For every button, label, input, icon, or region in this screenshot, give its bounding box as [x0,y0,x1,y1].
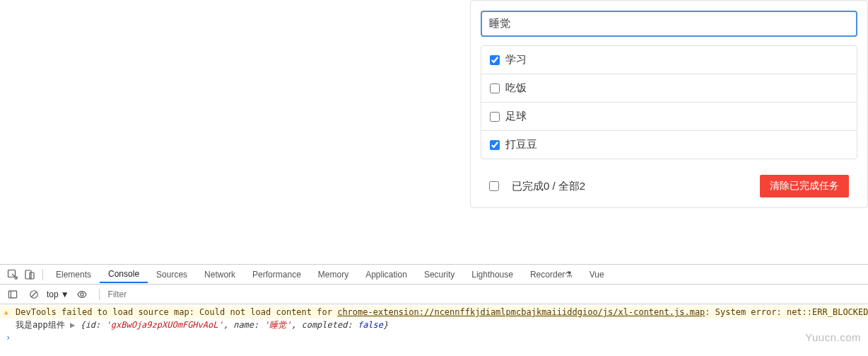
todo-input[interactable] [481,11,857,37]
todo-checkbox[interactable] [490,140,500,150]
devtools-panel: Elements Console Sources Network Perform… [0,264,868,356]
todo-checkbox[interactable] [490,84,500,93]
chevron-down-icon: ▼ [61,289,69,299]
svg-rect-1 [25,270,31,279]
separator [42,269,43,280]
todo-label: 打豆豆 [505,138,537,151]
todo-list: 学习 吃饭 足球 打豆豆 [481,45,857,159]
console-filter-input[interactable] [108,289,864,299]
console-toolbar: top ▼ [0,285,868,304]
tab-lighthouse[interactable]: Lighthouse [463,267,522,282]
console-log-line: 我是app组件 ▶ {id: 'gxBwOja9zpXUOmFGHvAoL', … [0,318,868,331]
todo-checkbox[interactable] [490,55,500,65]
tab-elements[interactable]: Elements [47,267,100,282]
tab-network[interactable]: Network [196,267,244,282]
device-toggle-icon[interactable] [21,266,38,283]
todo-container: 学习 吃饭 足球 打豆豆 已完成0 / 全部2 清除已完成任务 [470,0,868,208]
todo-label: 足球 [505,110,527,123]
console-output: DevTools failed to load source map: Coul… [0,304,868,356]
tab-sources[interactable]: Sources [148,267,196,282]
separator [99,289,100,300]
tab-vue[interactable]: Vue [581,267,613,282]
app-panel: 学习 吃饭 足球 打豆豆 已完成0 / 全部2 清除已完成任务 [470,0,868,208]
todo-checkbox[interactable] [490,112,500,122]
flask-icon: ⚗ [565,270,573,280]
expand-arrow-icon[interactable]: ▶ [70,320,75,330]
source-map-url[interactable]: chrome-extension://ncennffkjdiamlpmcbajk… [337,307,705,317]
inspect-icon[interactable] [4,266,21,283]
footer-status: 已完成0 / 全部2 [512,180,760,193]
tab-memory[interactable]: Memory [310,267,357,282]
clear-completed-button[interactable]: 清除已完成任务 [760,175,849,197]
todo-item: 打豆豆 [481,131,857,159]
tab-performance[interactable]: Performance [244,267,310,282]
svg-point-7 [80,292,83,295]
todo-label: 吃饭 [505,81,527,95]
svg-rect-2 [30,272,34,279]
tab-recorder[interactable]: Recorder ⚗ [522,267,581,282]
live-expression-icon[interactable] [74,286,90,303]
sidebar-toggle-icon[interactable] [4,286,21,303]
todo-item: 学习 [481,46,857,74]
context-dropdown[interactable]: top ▼ [47,289,69,299]
select-all-checkbox[interactable] [489,181,499,191]
console-warning-line: DevTools failed to load source map: Coul… [0,306,868,318]
tab-security[interactable]: Security [416,267,463,282]
tab-console[interactable]: Console [100,266,148,283]
svg-line-6 [32,292,37,297]
devtools-tabbar: Elements Console Sources Network Perform… [0,265,868,285]
tab-application[interactable]: Application [357,267,416,282]
todo-item: 足球 [481,103,857,131]
svg-rect-3 [8,291,16,298]
console-prompt[interactable]: › [0,331,868,344]
todo-footer: 已完成0 / 全部2 清除已完成任务 [481,172,857,197]
todo-item: 吃饭 [481,74,857,103]
todo-label: 学习 [505,53,527,67]
clear-console-icon[interactable] [25,286,42,303]
